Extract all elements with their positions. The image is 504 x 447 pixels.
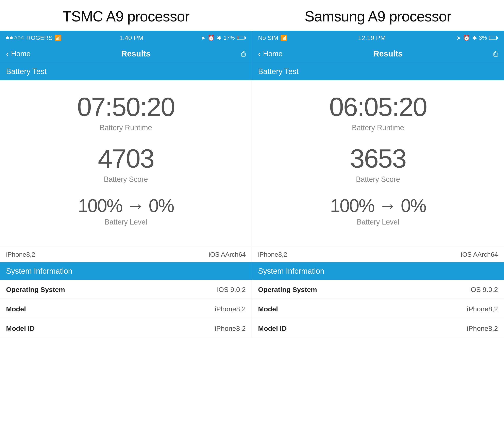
- left-back-arrow-icon: ‹: [6, 49, 9, 59]
- left-alarm-icon: ⏰: [208, 35, 215, 41]
- left-battery-pct: 17%: [223, 35, 235, 41]
- left-wifi-icon: 📶: [55, 35, 62, 41]
- left-location-icon: ➤: [201, 35, 206, 41]
- right-battery-pct: 3%: [479, 35, 487, 41]
- right-status-left: No SIM 📶: [258, 35, 288, 41]
- left-level-block: 100% → 0% Battery Level: [6, 196, 246, 226]
- left-sysinfo-val-0: iOS 9.0.2: [217, 286, 246, 294]
- right-runtime-block: 06:05:20 Battery Runtime: [258, 92, 498, 132]
- right-title: Samsung A9 processor: [252, 0, 504, 31]
- right-status-right: ➤ ⏰ ✱ 3%: [456, 35, 498, 41]
- left-info-row: iPhone8,2 iOS AArch64: [0, 247, 252, 262]
- left-score-value: 4703: [6, 144, 246, 173]
- dot2: [10, 36, 13, 39]
- left-status-left: ROGERS 📶: [6, 35, 62, 41]
- right-time: 12:19 PM: [358, 34, 386, 42]
- page-titles: TSMC A9 processor Samsung A9 processor: [0, 0, 504, 31]
- right-section-header: Battery Test: [252, 63, 504, 80]
- left-sysinfo-val-2: iPhone8,2: [215, 324, 246, 332]
- right-share-button[interactable]: ⎙: [493, 50, 498, 58]
- left-sysinfo-row-0: Operating System iOS 9.0.2: [0, 280, 252, 299]
- right-panel: No SIM 📶 12:19 PM ➤ ⏰ ✱ 3% ‹: [252, 31, 504, 338]
- left-sys-info-header: System Information: [0, 262, 252, 280]
- left-status-right: ➤ ⏰ ✱ 17%: [201, 35, 246, 41]
- right-alarm-icon: ⏰: [463, 35, 470, 41]
- left-runtime-value: 07:50:20: [6, 92, 246, 122]
- right-device-right: iOS AArch64: [461, 251, 498, 258]
- right-sysinfo-row-0: Operating System iOS 9.0.2: [252, 280, 504, 299]
- left-runtime-block: 07:50:20 Battery Runtime: [6, 92, 246, 132]
- left-score-label: Battery Score: [6, 175, 246, 184]
- signal-dots-left: [6, 36, 24, 39]
- right-sysinfo-key-1: Model: [258, 305, 278, 313]
- left-back-label: Home: [11, 50, 31, 58]
- left-level-label: Battery Level: [6, 218, 246, 226]
- left-device-right: iOS AArch64: [209, 251, 246, 258]
- dot1: [6, 36, 9, 39]
- right-results-area: 06:05:20 Battery Runtime 3653 Battery Sc…: [252, 80, 504, 247]
- right-location-icon: ➤: [456, 35, 461, 41]
- right-sysinfo-row-2: Model ID iPhone8,2: [252, 319, 504, 338]
- right-sys-info-header: System Information: [252, 262, 504, 280]
- dot3: [14, 36, 17, 39]
- left-device-left: iPhone8,2: [6, 251, 35, 258]
- left-nav-title: Results: [121, 49, 151, 58]
- left-section-header: Battery Test: [0, 63, 252, 80]
- left-sysinfo-val-1: iPhone8,2: [215, 305, 246, 313]
- left-title: TSMC A9 processor: [0, 0, 252, 31]
- right-level-block: 100% → 0% Battery Level: [258, 196, 498, 226]
- left-runtime-label: Battery Runtime: [6, 124, 246, 132]
- left-battery-icon: [237, 36, 246, 40]
- left-sys-info-table: Operating System iOS 9.0.2 Model iPhone8…: [0, 280, 252, 338]
- right-back-arrow-icon: ‹: [258, 49, 261, 59]
- right-battery-body: [489, 36, 497, 40]
- right-device-left: iPhone8,2: [258, 251, 287, 258]
- left-score-block: 4703 Battery Score: [6, 144, 246, 184]
- dot5: [21, 36, 24, 39]
- phones-container: ROGERS 📶 1:40 PM ➤ ⏰ ✱ 17% ‹: [0, 31, 504, 338]
- dot4: [18, 36, 20, 39]
- left-panel: ROGERS 📶 1:40 PM ➤ ⏰ ✱ 17% ‹: [0, 31, 252, 338]
- right-nav-title: Results: [374, 49, 403, 58]
- left-sysinfo-key-0: Operating System: [6, 286, 65, 294]
- right-sysinfo-row-1: Model iPhone8,2: [252, 299, 504, 319]
- left-sysinfo-key-1: Model: [6, 305, 26, 313]
- left-battery-body: [237, 36, 245, 40]
- right-bt-icon: ✱: [472, 35, 477, 41]
- right-nav-bar: ‹ Home Results ⎙: [252, 45, 504, 63]
- left-bt-icon: ✱: [217, 35, 221, 41]
- right-sysinfo-val-1: iPhone8,2: [467, 305, 498, 313]
- right-level-value: 100% → 0%: [258, 196, 498, 216]
- left-carrier: ROGERS: [26, 35, 53, 41]
- right-nav-back[interactable]: ‹ Home: [258, 49, 283, 59]
- left-nav-bar: ‹ Home Results ⎙: [0, 45, 252, 63]
- left-nav-back[interactable]: ‹ Home: [6, 49, 31, 59]
- right-sysinfo-key-2: Model ID: [258, 324, 287, 332]
- right-back-label: Home: [263, 50, 283, 58]
- right-score-block: 3653 Battery Score: [258, 144, 498, 184]
- left-sysinfo-key-2: Model ID: [6, 324, 35, 332]
- right-sysinfo-val-2: iPhone8,2: [467, 324, 498, 332]
- left-battery-fill: [238, 37, 239, 39]
- left-status-bar: ROGERS 📶 1:40 PM ➤ ⏰ ✱ 17%: [0, 31, 252, 45]
- right-wifi-icon: 📶: [280, 35, 288, 41]
- left-level-value: 100% → 0%: [6, 196, 246, 216]
- right-battery-tip: [497, 37, 498, 39]
- right-runtime-value: 06:05:20: [258, 92, 498, 122]
- right-sysinfo-key-0: Operating System: [258, 286, 317, 294]
- right-level-label: Battery Level: [258, 218, 498, 226]
- right-score-value: 3653: [258, 144, 498, 173]
- right-score-label: Battery Score: [258, 175, 498, 184]
- right-sys-info-table: Operating System iOS 9.0.2 Model iPhone8…: [252, 280, 504, 338]
- left-results-area: 07:50:20 Battery Runtime 4703 Battery Sc…: [0, 80, 252, 247]
- right-info-row: iPhone8,2 iOS AArch64: [252, 247, 504, 262]
- left-share-button[interactable]: ⎙: [241, 50, 246, 58]
- left-sysinfo-row-1: Model iPhone8,2: [0, 299, 252, 319]
- right-battery-icon: [489, 36, 498, 40]
- right-sysinfo-val-0: iOS 9.0.2: [469, 286, 498, 294]
- right-carrier: No SIM: [258, 35, 278, 41]
- left-time: 1:40 PM: [119, 34, 143, 42]
- left-battery-tip: [245, 37, 246, 39]
- right-runtime-label: Battery Runtime: [258, 124, 498, 132]
- left-sysinfo-row-2: Model ID iPhone8,2: [0, 319, 252, 338]
